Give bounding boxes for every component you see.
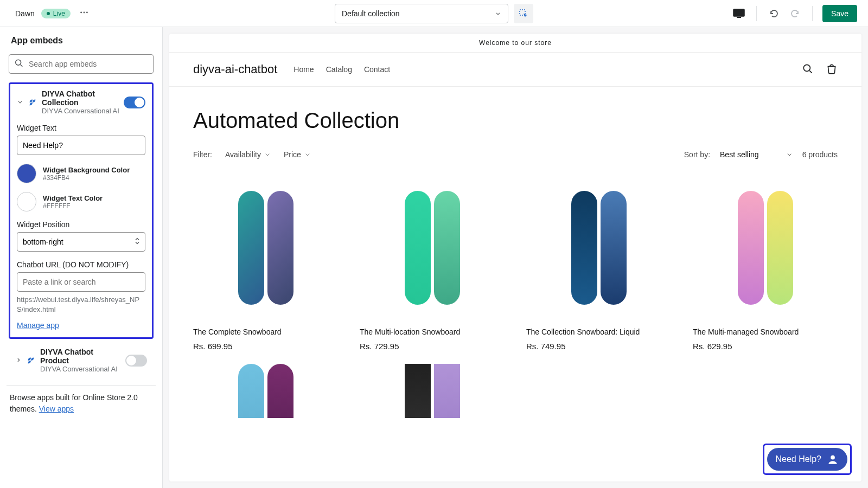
product-name: The Multi-location Snowboard [360, 328, 505, 336]
template-selector[interactable]: Default collection [335, 4, 508, 23]
desktop-viewport-button[interactable] [731, 8, 746, 20]
caret-down-icon [495, 10, 501, 17]
svg-line-10 [809, 70, 812, 73]
product-price: Rs. 729.95 [360, 342, 505, 351]
embed-title: DIYVA Chatbot Product [40, 348, 121, 365]
app-embed-product: DIYVA Chatbot Product DIYVA Conversation… [9, 344, 154, 376]
product-price: Rs. 749.95 [526, 342, 671, 351]
chevron-down-icon [304, 151, 311, 158]
announcement-bar: Welcome to our store [169, 34, 861, 53]
sidebar-title: App embeds [11, 36, 154, 46]
chat-widget-button[interactable]: Need Help? [767, 448, 848, 471]
embed-subtitle: DIYVA Conversational AI [42, 107, 119, 115]
manage-app-link[interactable]: Manage app [17, 321, 59, 330]
svg-point-0 [80, 12, 82, 14]
store-nav: Home Catalog Contact [293, 65, 390, 74]
chatbot-url-display: https://webui.test.diyva.life/shreyas_NP… [17, 295, 145, 314]
filter-label: Filter: [193, 150, 212, 159]
product-image [360, 364, 505, 418]
product-name: The Complete Snowboard [193, 328, 338, 336]
expand-toggle[interactable] [15, 356, 22, 365]
nav-home[interactable]: Home [293, 65, 314, 74]
product-image [193, 364, 338, 418]
widget-position-select[interactable]: bottom-right [17, 232, 145, 252]
nav-catalog[interactable]: Catalog [326, 65, 352, 74]
chevron-down-icon [786, 151, 793, 158]
widget-text-label: Widget Text [17, 124, 145, 132]
product-price: Rs. 699.95 [193, 342, 338, 351]
theme-status-badge: Live [41, 9, 71, 18]
product-card[interactable] [360, 364, 505, 418]
text-color-label: Widget Text Color [43, 194, 103, 202]
chatbot-url-label: Chatbot URL (DO NOT MODIFY) [17, 260, 145, 269]
widget-position-label: Widget Position [17, 220, 145, 229]
widget-bg-color-picker[interactable]: Widget Background Color #334FB4 [17, 164, 145, 183]
product-card[interactable]: The Collection Snowboard: Liquid Rs. 749… [526, 175, 671, 351]
product-image [526, 175, 671, 320]
product-card[interactable]: The Multi-managed Snowboard Rs. 629.95 [693, 175, 838, 351]
undo-button[interactable] [767, 6, 782, 21]
collection-title: Automated Collection [169, 87, 861, 138]
theme-preview: Welcome to our store diyva-ai-chatbot Ho… [163, 27, 868, 488]
chatbot-url-input[interactable] [17, 272, 145, 292]
more-actions-button[interactable] [77, 5, 91, 21]
app-icon [28, 98, 37, 107]
color-swatch [17, 164, 36, 183]
product-card[interactable] [193, 364, 338, 418]
svg-point-9 [803, 65, 810, 71]
embed-enable-toggle[interactable] [124, 97, 145, 108]
product-card[interactable]: The Multi-location Snowboard Rs. 729.95 [360, 175, 505, 351]
cart-icon[interactable] [826, 63, 838, 76]
product-image [693, 175, 838, 320]
svg-point-1 [83, 12, 85, 14]
nav-contact[interactable]: Contact [364, 65, 390, 74]
search-icon [14, 59, 24, 70]
embed-enable-toggle[interactable] [125, 355, 147, 367]
store-logo[interactable]: diyva-ai-chatbot [193, 62, 277, 76]
view-apps-link[interactable]: View apps [39, 404, 74, 413]
product-image [193, 175, 338, 320]
svg-line-8 [21, 65, 23, 67]
widget-text-input[interactable] [17, 136, 145, 155]
sort-label: Sort by: [684, 150, 710, 159]
collapse-toggle[interactable] [17, 98, 23, 107]
search-icon[interactable] [802, 63, 814, 76]
search-embeds-input[interactable] [9, 54, 154, 74]
person-icon [827, 453, 839, 465]
filter-availability[interactable]: Availability [225, 150, 271, 159]
bg-color-hex: #334FB4 [43, 174, 130, 182]
embed-title: DIYVA Chatbot Collection [42, 89, 119, 107]
svg-rect-5 [733, 9, 744, 16]
svg-point-11 [831, 455, 835, 460]
app-icon [26, 356, 36, 365]
product-price: Rs. 629.95 [693, 342, 838, 351]
theme-name: Dawn [15, 9, 35, 18]
browse-apps-text: Browse apps built for Online Store 2.0 t… [9, 392, 154, 415]
product-image [360, 175, 505, 320]
product-count: 6 products [802, 150, 838, 159]
redo-button [787, 6, 802, 21]
text-color-hex: #FFFFFF [43, 202, 103, 210]
save-button[interactable]: Save [822, 5, 857, 22]
settings-sidebar: App embeds DIYVA Chatbot Collection DIYV… [0, 27, 163, 488]
color-swatch [17, 192, 36, 211]
sort-select[interactable]: Best selling [720, 150, 793, 159]
embed-subtitle: DIYVA Conversational AI [40, 365, 121, 373]
widget-text-color-picker[interactable]: Widget Text Color #FFFFFF [17, 192, 145, 211]
chevron-down-icon [264, 151, 271, 158]
filter-price[interactable]: Price [284, 150, 311, 159]
chat-widget-highlight: Need Help? [763, 444, 852, 475]
app-embed-collection: DIYVA Chatbot Collection DIYVA Conversat… [9, 82, 154, 339]
svg-rect-6 [737, 17, 741, 18]
product-name: The Multi-managed Snowboard [693, 328, 838, 336]
bg-color-label: Widget Background Color [43, 166, 130, 174]
product-name: The Collection Snowboard: Liquid [526, 328, 671, 336]
svg-point-7 [16, 60, 21, 65]
product-card[interactable]: The Complete Snowboard Rs. 699.95 [193, 175, 338, 351]
inspector-button[interactable] [514, 4, 533, 23]
svg-point-2 [86, 12, 88, 14]
